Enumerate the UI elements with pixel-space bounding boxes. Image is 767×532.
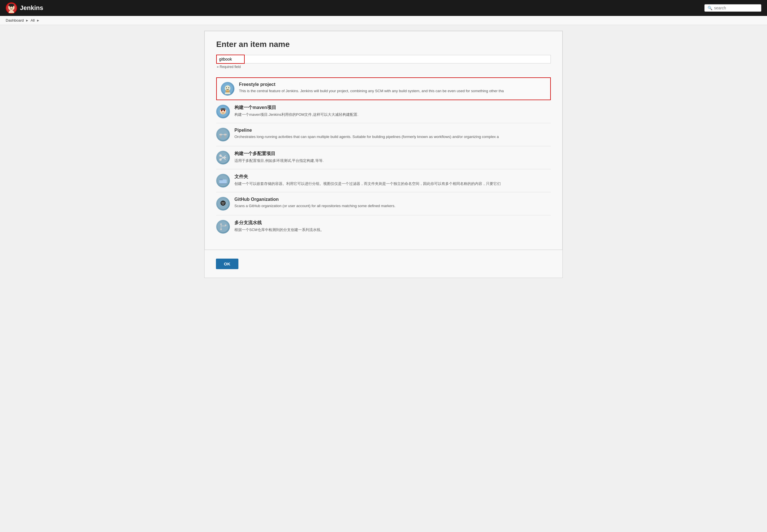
breadcrumb-sep-2: ► [36, 18, 40, 22]
github-org-info: GitHub Organization Scans a GitHub organ… [234, 197, 551, 209]
svg-point-33 [219, 154, 222, 157]
content-box: Enter an item name » Required field [204, 31, 563, 278]
svg-rect-12 [226, 90, 229, 91]
multibranch-icon [216, 220, 230, 234]
svg-rect-28 [220, 135, 221, 138]
breadcrumb-sep-1: ► [26, 18, 29, 22]
folder-info: 文件夹 创建一个可以嵌套存储的容器。利用它可以进行分组。视图仅仅是一个过滤器，而… [234, 174, 551, 187]
svg-point-45 [224, 203, 224, 203]
project-type-multibranch[interactable]: 多分支流水线 根据一个SCM仓库中检测到的分支创建一系列流水线。 [216, 215, 551, 238]
svg-point-9 [226, 87, 227, 88]
form-container: Enter an item name » Required field [205, 31, 562, 250]
svg-rect-29 [225, 135, 226, 138]
footer-area: OK [205, 250, 562, 278]
project-type-pipeline[interactable]: Pipeline Orchestrates long-running activ… [216, 123, 551, 146]
breadcrumb-dashboard[interactable]: Dashboard [6, 18, 24, 22]
required-field-note: » Required field [216, 65, 551, 69]
folder-icon [216, 174, 230, 187]
svg-rect-40 [219, 180, 223, 180]
search-input[interactable] [714, 6, 758, 10]
freestyle-name: Freestyle project [239, 82, 546, 87]
svg-point-49 [220, 223, 222, 225]
maven-name: 构建一个maven项目 [234, 105, 551, 111]
multi-config-desc: 适用于多配置项目,例如多环境测试,平台指定构建,等等. [234, 158, 551, 164]
svg-point-43 [221, 201, 225, 205]
search-box[interactable]: 🔍 [704, 4, 761, 12]
svg-point-34 [219, 158, 222, 161]
svg-point-48 [218, 221, 228, 232]
item-name-input[interactable] [216, 55, 245, 64]
multi-config-info: 构建一个多配置项目 适用于多配置项目,例如多环境测试,平台指定构建,等等. [234, 151, 551, 164]
multibranch-name: 多分支流水线 [234, 220, 551, 226]
form-title: Enter an item name [216, 40, 551, 49]
multi-config-icon [216, 151, 230, 164]
jenkins-title: Jenkins [20, 4, 43, 12]
github-org-icon [216, 197, 230, 211]
search-icon: 🔍 [708, 6, 712, 10]
project-type-multi-config[interactable]: 构建一个多配置项目 适用于多配置项目,例如多环境测试,平台指定构建,等等. [216, 146, 551, 169]
maven-info: 构建一个maven项目 构建一个maven项目.Jenkins利用你的POM文件… [234, 105, 551, 117]
page-wrapper: Enter an item name » Required field [0, 25, 767, 530]
logo: Jenkins [6, 2, 43, 14]
github-org-desc: Scans a GitHub organization (or user acc… [234, 203, 551, 209]
project-types-list: Freestyle project This is the central fe… [216, 77, 551, 238]
pipeline-icon [216, 128, 230, 141]
header: Jenkins 🔍 [0, 0, 767, 16]
svg-rect-35 [223, 157, 226, 158]
ok-button[interactable]: OK [216, 259, 238, 269]
multibranch-desc: 根据一个SCM仓库中检测到的分支创建一系列流水线。 [234, 227, 551, 233]
item-name-row [216, 55, 551, 64]
project-type-folder[interactable]: 文件夹 创建一个可以嵌套存储的容器。利用它可以进行分组。视图仅仅是一个过滤器，而… [216, 169, 551, 192]
svg-point-21 [220, 108, 226, 110]
svg-point-44 [222, 203, 223, 203]
svg-rect-27 [224, 134, 227, 135]
maven-icon [216, 105, 230, 118]
pipeline-info: Pipeline Orchestrates long-running activ… [234, 128, 551, 140]
svg-point-20 [224, 110, 225, 111]
breadcrumb-all[interactable]: All [31, 18, 35, 22]
pipeline-desc: Orchestrates long-running activities tha… [234, 134, 551, 140]
item-name-input-rest[interactable] [245, 55, 551, 63]
multibranch-info: 多分支流水线 根据一个SCM仓库中检测到的分支创建一系列流水线。 [234, 220, 551, 233]
pipeline-name: Pipeline [234, 128, 551, 133]
maven-desc: 构建一个maven项目.Jenkins利用你的POM文件,这样可以大大减轻构建配… [234, 112, 551, 117]
project-type-github-org[interactable]: GitHub Organization Scans a GitHub organ… [216, 192, 551, 215]
breadcrumb: Dashboard ► All ► [0, 16, 767, 25]
freestyle-desc: This is the central feature of Jenkins. … [239, 88, 546, 94]
github-org-name: GitHub Organization [234, 197, 551, 202]
multi-config-name: 构建一个多配置项目 [234, 151, 551, 157]
svg-point-19 [221, 110, 222, 111]
project-type-maven[interactable]: 构建一个maven项目 构建一个maven项目.Jenkins利用你的POM文件… [216, 100, 551, 123]
svg-point-5 [9, 4, 14, 7]
project-type-freestyle[interactable]: Freestyle project This is the central fe… [216, 77, 551, 100]
jenkins-icon [6, 2, 17, 14]
svg-point-10 [228, 87, 229, 88]
folder-name: 文件夹 [234, 174, 551, 180]
freestyle-icon [221, 82, 234, 96]
freestyle-info: Freestyle project This is the central fe… [239, 82, 546, 94]
svg-point-50 [220, 228, 222, 230]
folder-desc: 创建一个可以嵌套存储的容器。利用它可以进行分组。视图仅仅是一个过滤器，而文件夹则… [234, 181, 551, 187]
